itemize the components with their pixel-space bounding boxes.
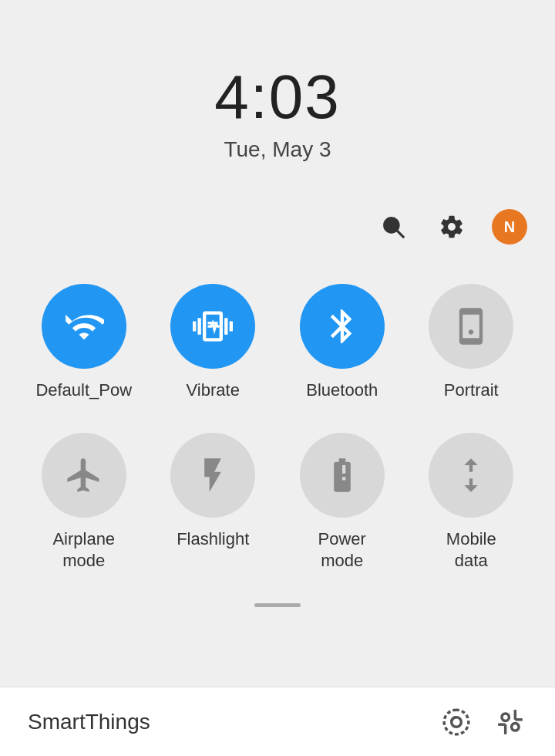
clock-time: 4:03 <box>214 62 341 133</box>
tile-wifi-circle <box>42 284 126 369</box>
tile-mobile-data[interactable]: Mobile data <box>411 433 533 572</box>
tile-power-mode-label: Power mode <box>318 528 366 572</box>
search-button[interactable] <box>375 208 412 245</box>
smartthings-settings-icon <box>496 707 525 737</box>
tile-portrait[interactable]: Portrait <box>411 284 533 402</box>
tile-portrait-label: Portrait <box>444 380 499 402</box>
airplane-icon <box>64 455 104 495</box>
settings-button[interactable] <box>433 208 470 245</box>
clock-section: 4:03 Tue, May 3 <box>214 62 341 162</box>
avatar-button[interactable]: N <box>492 209 527 245</box>
smartthings-settings-button[interactable] <box>493 705 527 739</box>
power-mode-icon <box>322 455 362 495</box>
tile-mobile-data-label: Mobile data <box>446 528 496 572</box>
svg-point-4 <box>502 713 510 721</box>
search-icon <box>380 214 406 240</box>
tile-airplane[interactable]: Airplane mode <box>23 433 145 572</box>
flashlight-icon <box>193 455 233 495</box>
tile-flashlight-circle <box>170 433 255 518</box>
bottom-bar: SmartThings <box>0 687 555 756</box>
tile-airplane-label: Airplane mode <box>52 528 115 572</box>
wifi-icon <box>64 306 104 346</box>
avatar-letter: N <box>504 218 515 236</box>
tile-power-mode[interactable]: Power mode <box>281 433 403 572</box>
tile-portrait-circle <box>429 284 513 369</box>
tile-mobile-data-circle <box>429 433 513 518</box>
tile-wifi[interactable]: Default_Pow <box>23 284 145 402</box>
bottom-bar-icons <box>439 705 527 739</box>
tile-flashlight-label: Flashlight <box>177 528 249 551</box>
svg-point-0 <box>385 218 399 232</box>
tile-wifi-label: Default_Pow <box>35 380 132 402</box>
gear-icon <box>439 214 465 240</box>
tile-bluetooth[interactable]: Bluetooth <box>281 284 403 402</box>
tile-airplane-circle <box>42 433 126 518</box>
smartthings-device-icon <box>442 707 471 737</box>
tile-bluetooth-circle <box>300 284 385 369</box>
smartthings-device-button[interactable] <box>439 705 473 739</box>
tile-power-mode-circle <box>300 433 385 518</box>
bottom-bar-title: SmartThings <box>28 710 150 734</box>
tile-vibrate-label: Vibrate <box>187 380 240 402</box>
quick-tiles-row1: Default_Pow Vibrate Bluetooth <box>0 261 555 402</box>
tile-vibrate[interactable]: Vibrate <box>153 284 274 402</box>
portrait-icon <box>451 306 491 346</box>
screen: 4:03 Tue, May 3 N Default <box>0 0 555 756</box>
mobile-data-icon <box>451 455 491 495</box>
clock-date: Tue, May 3 <box>224 137 331 162</box>
tile-vibrate-circle <box>170 284 255 369</box>
svg-point-5 <box>512 723 520 731</box>
bluetooth-icon <box>322 306 362 346</box>
tile-flashlight[interactable]: Flashlight <box>153 433 274 572</box>
quick-tiles-row2: Airplane mode Flashlight Power mode <box>0 410 555 572</box>
svg-line-1 <box>397 231 404 238</box>
top-icons-bar: N <box>0 208 555 245</box>
tile-bluetooth-label: Bluetooth <box>306 380 378 402</box>
vibrate-icon <box>193 306 233 346</box>
scroll-indicator <box>254 603 301 607</box>
